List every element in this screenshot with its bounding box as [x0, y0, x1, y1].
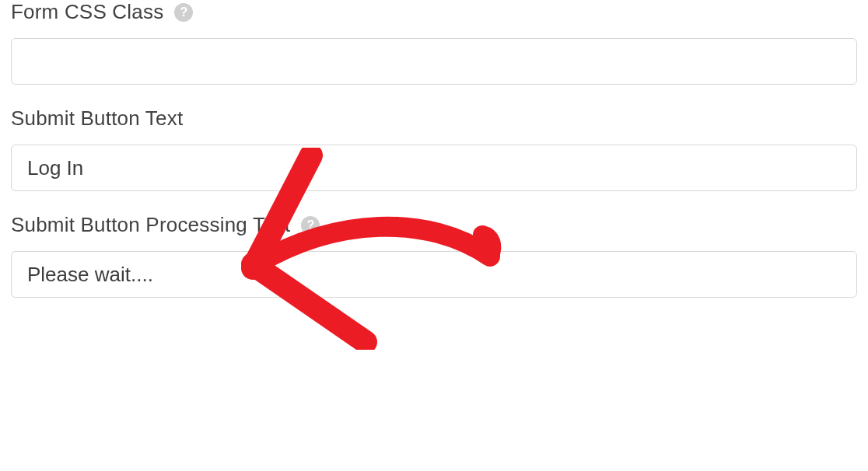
submit-button-processing-text-input[interactable]	[11, 251, 857, 298]
submit-button-text-label: Submit Button Text	[11, 106, 183, 131]
label-row: Submit Button Text	[11, 106, 857, 131]
submit-button-text-input[interactable]	[11, 145, 857, 191]
field-group-form-css-class: Form CSS Class ?	[11, 0, 857, 85]
help-icon[interactable]: ?	[301, 216, 320, 235]
help-icon[interactable]: ?	[174, 3, 193, 22]
submit-button-processing-text-label: Submit Button Processing Text	[11, 213, 290, 237]
label-row: Submit Button Processing Text ?	[11, 213, 857, 237]
field-group-submit-button-text: Submit Button Text	[11, 106, 857, 191]
field-group-submit-button-processing-text: Submit Button Processing Text ?	[11, 213, 857, 298]
form-settings-panel: Form CSS Class ? Submit Button Text Subm…	[0, 0, 868, 298]
label-row: Form CSS Class ?	[11, 0, 857, 24]
form-css-class-input[interactable]	[11, 38, 857, 85]
form-css-class-label: Form CSS Class	[11, 0, 163, 24]
